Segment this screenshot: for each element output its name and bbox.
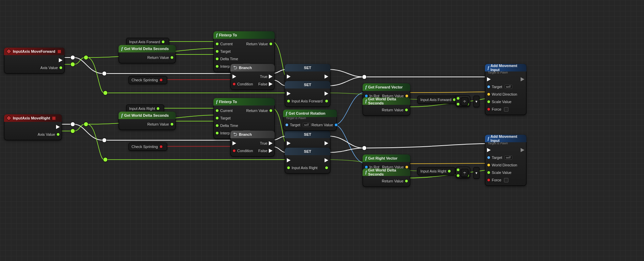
fn-get-world-delta-seconds[interactable]: f Get World Delta Seconds Return Value xyxy=(119,45,176,63)
var-get-check-sprinting[interactable]: Check Sprinting xyxy=(128,76,167,84)
fn-get-control-rotation[interactable]: fGet Control Rotation Target is Pawn Tar… xyxy=(283,110,337,131)
float-out-pin[interactable] xyxy=(269,109,273,112)
exec-out-pin[interactable] xyxy=(269,75,273,79)
exec-out-pin[interactable] xyxy=(325,92,328,96)
float-in-pin[interactable] xyxy=(215,116,219,120)
reroute-exec[interactable] xyxy=(102,138,106,142)
exec-out-pin[interactable] xyxy=(521,77,524,81)
exec-in-pin[interactable] xyxy=(287,141,291,145)
bool-in-pin[interactable] xyxy=(232,149,236,152)
reroute-float[interactable] xyxy=(103,91,107,95)
exec-out-pin[interactable] xyxy=(325,75,328,79)
rotator-out-pin[interactable] xyxy=(334,123,338,127)
object-in-pin[interactable] xyxy=(487,156,490,159)
reroute-exec[interactable] xyxy=(71,55,75,60)
float-in-pin[interactable] xyxy=(456,174,460,177)
event-inputaxis-moveforward[interactable]: InputAxis MoveForward Axis Value xyxy=(4,48,65,74)
bool-in-pin[interactable] xyxy=(487,178,490,182)
float-out-pin[interactable] xyxy=(448,169,451,173)
reroute-exec[interactable] xyxy=(71,122,75,126)
float-out-pin[interactable] xyxy=(170,123,174,126)
exec-out-pin[interactable] xyxy=(325,141,328,145)
var-get-input-axis-forward[interactable]: Input Axis Forward xyxy=(417,96,460,104)
bool-in-pin[interactable] xyxy=(232,82,236,86)
bool-in-pin[interactable] xyxy=(487,108,490,111)
event-inputaxis-moveright[interactable]: InputAxis MoveRight Axis Value xyxy=(4,114,62,140)
var-get-check-sprinting[interactable]: Check Sprinting xyxy=(128,143,167,151)
float-out-pin[interactable] xyxy=(59,66,63,69)
reroute-exec[interactable] xyxy=(362,75,366,79)
var-get-input-axis-right[interactable]: Input Axis Right xyxy=(417,167,455,175)
vector-in-pin[interactable] xyxy=(487,163,490,167)
force-checkbox[interactable] xyxy=(504,178,508,182)
float-out-pin[interactable] xyxy=(161,40,165,44)
fn-get-world-delta-seconds[interactable]: fGet World Delta Seconds Return Value xyxy=(363,97,410,116)
node-branch[interactable]: ⮌Branch True Condition False xyxy=(230,131,275,157)
fn-add-movement-input[interactable]: fAdd Movement Input Target is Pawn Targe… xyxy=(485,135,526,186)
reroute-exec[interactable] xyxy=(102,71,106,76)
float-out-pin[interactable] xyxy=(405,179,408,183)
pin-label: Return Value xyxy=(146,55,170,60)
exec-in-pin[interactable] xyxy=(232,75,236,79)
self-literal: self xyxy=(505,156,512,160)
float-in-pin[interactable] xyxy=(487,100,490,103)
float-in-pin[interactable] xyxy=(215,57,219,61)
float-in-pin[interactable] xyxy=(215,109,219,112)
bool-out-pin[interactable] xyxy=(159,145,163,148)
exec-out-pin[interactable] xyxy=(325,158,328,162)
bool-out-pin[interactable] xyxy=(159,78,163,82)
float-out-pin[interactable] xyxy=(56,133,60,136)
float-in-pin[interactable] xyxy=(456,102,460,106)
reroute-float[interactable] xyxy=(71,129,75,133)
exec-in-pin[interactable] xyxy=(287,92,291,96)
float-in-pin[interactable] xyxy=(287,99,290,103)
reroute-exec[interactable] xyxy=(362,146,366,150)
var-label: Check Sprinting xyxy=(132,145,158,149)
force-checkbox[interactable] xyxy=(504,107,508,112)
float-in-pin[interactable] xyxy=(215,50,219,53)
exec-in-pin[interactable] xyxy=(487,148,491,152)
exec-in-pin[interactable] xyxy=(487,77,491,81)
float-out-pin[interactable] xyxy=(325,166,328,169)
fn-add-movement-input[interactable]: fAdd Movement Input Target is Pawn Targe… xyxy=(485,64,526,115)
add-pin-button[interactable]: ▾ xyxy=(473,167,480,179)
exec-out-pin[interactable] xyxy=(56,125,60,129)
reroute-float[interactable] xyxy=(84,122,88,126)
float-in-pin[interactable] xyxy=(487,171,490,174)
exec-out-pin[interactable] xyxy=(269,82,273,86)
fn-get-world-delta-seconds[interactable]: f Get World Delta Seconds Return Value xyxy=(119,112,176,130)
float-out-pin[interactable] xyxy=(170,56,174,59)
float-in-pin[interactable] xyxy=(456,168,460,172)
node-set-input-axis-right[interactable]: SET Input Axis Right xyxy=(285,148,330,174)
object-in-pin[interactable] xyxy=(487,85,490,88)
float-out-pin[interactable] xyxy=(405,108,408,112)
exec-out-pin[interactable] xyxy=(521,148,524,152)
fn-get-world-delta-seconds[interactable]: fGet World Delta Seconds Return Value xyxy=(363,168,410,187)
pin-label: Target xyxy=(490,156,504,160)
add-pin-button[interactable]: ▾ xyxy=(473,96,480,107)
float-in-pin[interactable] xyxy=(215,42,219,46)
float-in-pin[interactable] xyxy=(215,65,219,68)
float-out-pin[interactable] xyxy=(156,107,160,110)
exec-out-pin[interactable] xyxy=(269,149,273,153)
float-out-pin[interactable] xyxy=(325,99,328,103)
float-in-pin[interactable] xyxy=(215,124,219,127)
exec-in-pin[interactable] xyxy=(287,75,291,79)
var-label: Input Axis Forward xyxy=(290,99,324,103)
node-set-input-axis-forward[interactable]: SET Input Axis Forward xyxy=(285,81,330,107)
reroute-float[interactable] xyxy=(71,62,75,66)
float-out-pin[interactable] xyxy=(269,42,273,46)
exec-in-pin[interactable] xyxy=(287,158,291,162)
reroute-float[interactable] xyxy=(84,55,88,60)
breakpoint-icon xyxy=(57,50,61,53)
float-in-pin[interactable] xyxy=(215,131,219,135)
float-in-pin[interactable] xyxy=(456,97,460,100)
node-branch[interactable]: ⮌Branch True Condition False xyxy=(230,64,275,90)
exec-out-pin[interactable] xyxy=(269,141,273,145)
exec-out-pin[interactable] xyxy=(59,58,63,62)
object-in-pin[interactable] xyxy=(285,123,289,127)
exec-in-pin[interactable] xyxy=(232,141,236,145)
vector-in-pin[interactable] xyxy=(487,93,490,96)
reroute-float[interactable] xyxy=(103,158,107,162)
float-in-pin[interactable] xyxy=(287,166,290,169)
